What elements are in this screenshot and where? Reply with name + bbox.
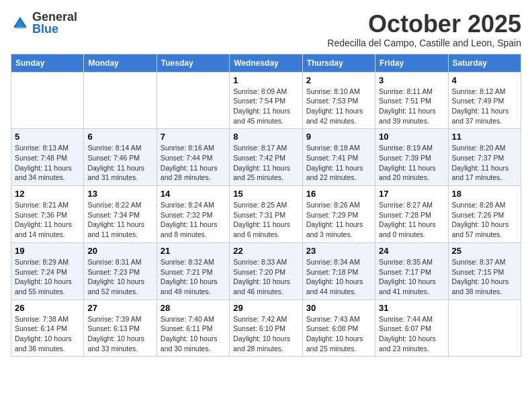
calendar-cell: 19Sunrise: 8:29 AMSunset: 7:24 PMDayligh… xyxy=(11,242,84,300)
day-number: 4 xyxy=(452,75,517,85)
day-info: Sunrise: 8:37 AMSunset: 7:15 PMDaylight:… xyxy=(452,257,517,297)
day-info: Sunrise: 7:39 AMSunset: 6:13 PMDaylight:… xyxy=(87,314,152,354)
weekday-header-sunday: Sunday xyxy=(11,54,84,72)
day-info: Sunrise: 7:42 AMSunset: 6:10 PMDaylight:… xyxy=(233,314,298,354)
day-number: 10 xyxy=(379,132,444,142)
day-number: 1 xyxy=(233,75,298,85)
day-info: Sunrise: 8:24 AMSunset: 7:32 PMDaylight:… xyxy=(161,200,226,240)
day-number: 17 xyxy=(379,189,444,199)
logo-icon xyxy=(11,14,30,33)
weekday-header-thursday: Thursday xyxy=(302,54,375,72)
calendar-cell: 1Sunrise: 8:09 AMSunset: 7:54 PMDaylight… xyxy=(230,72,302,129)
calendar-week-1: 1Sunrise: 8:09 AMSunset: 7:54 PMDaylight… xyxy=(11,72,521,129)
day-number: 8 xyxy=(233,132,298,142)
day-number: 20 xyxy=(87,246,152,256)
day-number: 9 xyxy=(306,132,371,142)
day-info: Sunrise: 8:25 AMSunset: 7:31 PMDaylight:… xyxy=(233,200,298,240)
calendar-cell: 6Sunrise: 8:14 AMSunset: 7:46 PMDaylight… xyxy=(84,129,157,186)
day-number: 21 xyxy=(161,246,226,256)
day-info: Sunrise: 8:27 AMSunset: 7:28 PMDaylight:… xyxy=(379,200,444,240)
weekday-header-tuesday: Tuesday xyxy=(157,54,229,72)
day-info: Sunrise: 8:28 AMSunset: 7:26 PMDaylight:… xyxy=(452,200,517,240)
day-info: Sunrise: 7:44 AMSunset: 6:07 PMDaylight:… xyxy=(379,314,444,354)
day-number: 11 xyxy=(452,132,517,142)
page-header: General Blue October 2025 Redecilla del … xyxy=(11,11,521,48)
day-number: 14 xyxy=(161,189,226,199)
day-number: 19 xyxy=(15,246,80,256)
day-number: 30 xyxy=(306,303,371,313)
calendar-cell: 12Sunrise: 8:21 AMSunset: 7:36 PMDayligh… xyxy=(11,186,84,243)
calendar-cell: 15Sunrise: 8:25 AMSunset: 7:31 PMDayligh… xyxy=(230,186,302,243)
day-info: Sunrise: 8:19 AMSunset: 7:39 PMDaylight:… xyxy=(379,143,444,183)
calendar-cell: 20Sunrise: 8:31 AMSunset: 7:23 PMDayligh… xyxy=(84,242,157,300)
day-number: 29 xyxy=(233,303,298,313)
calendar-cell: 4Sunrise: 8:12 AMSunset: 7:49 PMDaylight… xyxy=(448,72,521,129)
day-info: Sunrise: 8:16 AMSunset: 7:44 PMDaylight:… xyxy=(161,143,226,183)
day-info: Sunrise: 8:26 AMSunset: 7:29 PMDaylight:… xyxy=(306,200,371,240)
weekday-header-monday: Monday xyxy=(84,54,157,72)
weekday-header-wednesday: Wednesday xyxy=(230,54,302,72)
day-number: 15 xyxy=(233,189,298,199)
calendar-cell: 17Sunrise: 8:27 AMSunset: 7:28 PMDayligh… xyxy=(375,186,448,243)
calendar-cell xyxy=(11,72,84,129)
calendar-week-5: 26Sunrise: 7:38 AMSunset: 6:14 PMDayligh… xyxy=(11,300,521,357)
day-info: Sunrise: 7:40 AMSunset: 6:11 PMDaylight:… xyxy=(161,314,226,354)
calendar-cell: 27Sunrise: 7:39 AMSunset: 6:13 PMDayligh… xyxy=(84,300,157,357)
day-number: 12 xyxy=(15,189,80,199)
day-info: Sunrise: 8:12 AMSunset: 7:49 PMDaylight:… xyxy=(452,87,517,126)
day-info: Sunrise: 8:20 AMSunset: 7:37 PMDaylight:… xyxy=(452,143,517,183)
calendar-cell: 2Sunrise: 8:10 AMSunset: 7:53 PMDaylight… xyxy=(302,72,375,129)
day-number: 22 xyxy=(233,246,298,256)
day-number: 3 xyxy=(379,75,444,85)
calendar-cell xyxy=(448,300,521,357)
day-number: 28 xyxy=(161,303,226,313)
day-number: 26 xyxy=(15,303,80,313)
day-number: 31 xyxy=(379,303,444,313)
calendar-cell: 28Sunrise: 7:40 AMSunset: 6:11 PMDayligh… xyxy=(157,300,229,357)
day-number: 6 xyxy=(87,132,152,142)
day-number: 25 xyxy=(452,246,517,256)
day-info: Sunrise: 8:18 AMSunset: 7:41 PMDaylight:… xyxy=(306,143,371,183)
calendar-cell: 9Sunrise: 8:18 AMSunset: 7:41 PMDaylight… xyxy=(302,129,375,186)
day-info: Sunrise: 8:14 AMSunset: 7:46 PMDaylight:… xyxy=(87,143,152,183)
logo-general: General xyxy=(32,11,77,23)
day-number: 27 xyxy=(87,303,152,313)
day-number: 24 xyxy=(379,246,444,256)
calendar-cell: 21Sunrise: 8:32 AMSunset: 7:21 PMDayligh… xyxy=(157,242,229,300)
calendar-cell: 18Sunrise: 8:28 AMSunset: 7:26 PMDayligh… xyxy=(448,186,521,243)
day-info: Sunrise: 8:10 AMSunset: 7:53 PMDaylight:… xyxy=(306,87,371,126)
calendar-cell: 16Sunrise: 8:26 AMSunset: 7:29 PMDayligh… xyxy=(302,186,375,243)
calendar-cell: 7Sunrise: 8:16 AMSunset: 7:44 PMDaylight… xyxy=(157,129,229,186)
calendar-week-3: 12Sunrise: 8:21 AMSunset: 7:36 PMDayligh… xyxy=(11,186,521,243)
calendar-cell: 29Sunrise: 7:42 AMSunset: 6:10 PMDayligh… xyxy=(230,300,302,357)
day-info: Sunrise: 8:11 AMSunset: 7:51 PMDaylight:… xyxy=(379,87,444,126)
day-info: Sunrise: 8:33 AMSunset: 7:20 PMDaylight:… xyxy=(233,257,298,297)
day-info: Sunrise: 8:17 AMSunset: 7:42 PMDaylight:… xyxy=(233,143,298,183)
calendar-cell: 11Sunrise: 8:20 AMSunset: 7:37 PMDayligh… xyxy=(448,129,521,186)
calendar-cell: 31Sunrise: 7:44 AMSunset: 6:07 PMDayligh… xyxy=(375,300,448,357)
day-info: Sunrise: 8:35 AMSunset: 7:17 PMDaylight:… xyxy=(379,257,444,297)
calendar-week-2: 5Sunrise: 8:13 AMSunset: 7:48 PMDaylight… xyxy=(11,129,521,186)
logo-blue: Blue xyxy=(32,23,77,35)
calendar-cell: 8Sunrise: 8:17 AMSunset: 7:42 PMDaylight… xyxy=(230,129,302,186)
day-number: 2 xyxy=(306,75,371,85)
calendar-cell: 30Sunrise: 7:43 AMSunset: 6:08 PMDayligh… xyxy=(302,300,375,357)
month-title: October 2025 xyxy=(327,11,521,38)
day-info: Sunrise: 8:21 AMSunset: 7:36 PMDaylight:… xyxy=(15,200,80,240)
day-info: Sunrise: 8:31 AMSunset: 7:23 PMDaylight:… xyxy=(87,257,152,297)
day-number: 13 xyxy=(87,189,152,199)
calendar-cell: 23Sunrise: 8:34 AMSunset: 7:18 PMDayligh… xyxy=(302,242,375,300)
day-info: Sunrise: 8:32 AMSunset: 7:21 PMDaylight:… xyxy=(161,257,226,297)
calendar-table: SundayMondayTuesdayWednesdayThursdayFrid… xyxy=(11,54,521,357)
day-info: Sunrise: 7:43 AMSunset: 6:08 PMDaylight:… xyxy=(306,314,371,354)
day-number: 7 xyxy=(161,132,226,142)
weekday-header-friday: Friday xyxy=(375,54,448,72)
calendar-cell xyxy=(157,72,229,129)
calendar-cell: 24Sunrise: 8:35 AMSunset: 7:17 PMDayligh… xyxy=(375,242,448,300)
weekday-header-saturday: Saturday xyxy=(448,54,521,72)
calendar-cell: 25Sunrise: 8:37 AMSunset: 7:15 PMDayligh… xyxy=(448,242,521,300)
calendar-cell: 26Sunrise: 7:38 AMSunset: 6:14 PMDayligh… xyxy=(11,300,84,357)
day-info: Sunrise: 7:38 AMSunset: 6:14 PMDaylight:… xyxy=(15,314,80,354)
calendar-cell: 22Sunrise: 8:33 AMSunset: 7:20 PMDayligh… xyxy=(230,242,302,300)
calendar-cell: 5Sunrise: 8:13 AMSunset: 7:48 PMDaylight… xyxy=(11,129,84,186)
